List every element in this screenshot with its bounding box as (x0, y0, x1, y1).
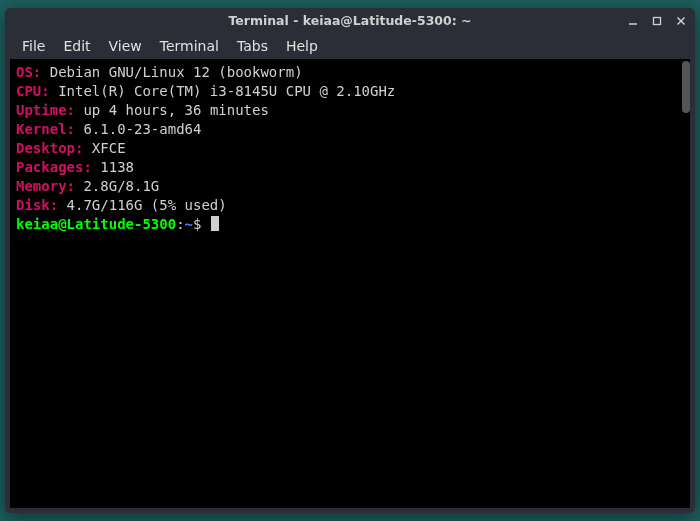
label: Memory: (16, 178, 75, 194)
minimize-button[interactable] (625, 13, 641, 29)
sysinfo-uptime: Uptime: up 4 hours, 36 minutes (16, 101, 684, 120)
menu-help[interactable]: Help (277, 35, 327, 57)
sysinfo-disk: Disk: 4.7G/116G (5% used) (16, 196, 684, 215)
prompt-path: ~ (185, 216, 193, 232)
menu-view[interactable]: View (100, 35, 151, 57)
value: up 4 hours, 36 minutes (75, 102, 269, 118)
close-button[interactable] (673, 13, 689, 29)
prompt-user-host: keiaa@Latitude-5300 (16, 216, 176, 232)
svg-rect-1 (654, 17, 661, 24)
sysinfo-memory: Memory: 2.8G/8.1G (16, 177, 684, 196)
sysinfo-kernel: Kernel: 6.1.0-23-amd64 (16, 120, 684, 139)
sysinfo-cpu: CPU: Intel(R) Core(TM) i3-8145U CPU @ 2.… (16, 82, 684, 101)
label: Disk: (16, 197, 58, 213)
titlebar[interactable]: Terminal - keiaa@Latitude-5300: ~ (5, 8, 695, 33)
value: XFCE (83, 140, 125, 156)
menu-tabs[interactable]: Tabs (228, 35, 277, 57)
label: OS: (16, 64, 41, 80)
label: Desktop: (16, 140, 83, 156)
label: Kernel: (16, 121, 75, 137)
menubar: File Edit View Terminal Tabs Help (5, 33, 695, 59)
cursor-block (211, 216, 219, 231)
prompt-colon: : (176, 216, 184, 232)
label: CPU: (16, 83, 50, 99)
terminal-viewport[interactable]: OS: Debian GNU/Linux 12 (bookworm) CPU: … (10, 59, 690, 508)
terminal-window: Terminal - keiaa@Latitude-5300: ~ File E… (5, 8, 695, 513)
prompt-line: keiaa@Latitude-5300:~$ (16, 215, 684, 234)
sysinfo-os: OS: Debian GNU/Linux 12 (bookworm) (16, 63, 684, 82)
menu-edit[interactable]: Edit (54, 35, 99, 57)
label: Packages: (16, 159, 92, 175)
sysinfo-desktop: Desktop: XFCE (16, 139, 684, 158)
menu-file[interactable]: File (13, 35, 54, 57)
value: 6.1.0-23-amd64 (75, 121, 201, 137)
value: Debian GNU/Linux 12 (bookworm) (41, 64, 302, 80)
label: Uptime: (16, 102, 75, 118)
scrollbar-thumb[interactable] (682, 61, 690, 113)
sysinfo-packages: Packages: 1138 (16, 158, 684, 177)
maximize-button[interactable] (649, 13, 665, 29)
value: Intel(R) Core(TM) i3-8145U CPU @ 2.10GHz (50, 83, 396, 99)
window-controls (625, 8, 689, 33)
prompt-dollar: $ (193, 216, 210, 232)
value: 4.7G/116G (5% used) (58, 197, 227, 213)
menu-terminal[interactable]: Terminal (151, 35, 228, 57)
window-title: Terminal - keiaa@Latitude-5300: ~ (228, 13, 471, 28)
value: 1138 (92, 159, 134, 175)
value: 2.8G/8.1G (75, 178, 159, 194)
